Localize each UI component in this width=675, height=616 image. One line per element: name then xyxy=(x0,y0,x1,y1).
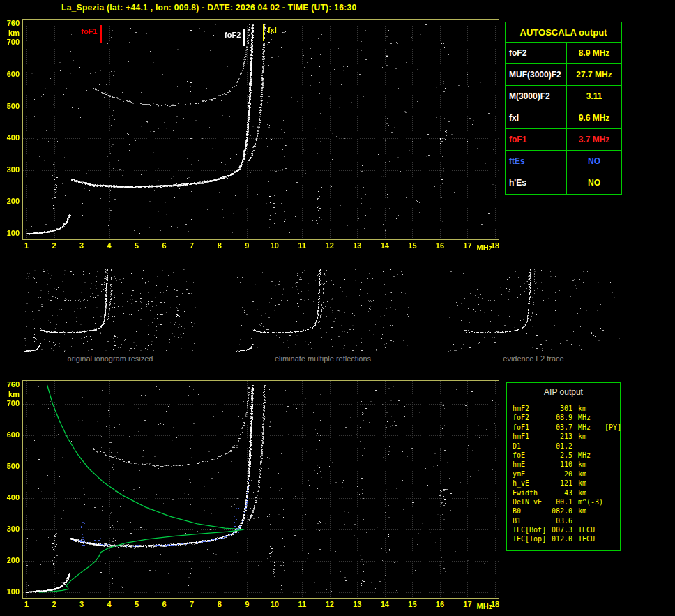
x-tick-label: 12 xyxy=(323,241,337,250)
aip-param: D1 xyxy=(507,442,550,451)
aip-param: DelN_vE xyxy=(507,497,550,506)
aip-note xyxy=(605,497,620,506)
x-tick-label: 3 xyxy=(75,600,89,608)
y-tick-label: 500 xyxy=(0,102,20,110)
aip-unit: km xyxy=(572,488,605,497)
aip-row: foE2.5MHz xyxy=(507,451,620,460)
aip-unit: km xyxy=(572,506,605,516)
autoscala-output-table: AUTOSCALA output foF28.9 MHzMUF(3000)F22… xyxy=(505,22,622,195)
aip-value: 2.5 xyxy=(550,451,572,460)
main-ionogram-plot: foF1foF2fxI xyxy=(22,19,499,240)
x-tick-label: 15 xyxy=(405,600,419,608)
y-tick-label: 400 xyxy=(0,133,20,142)
x-tick-label: 9 xyxy=(240,600,254,608)
x-tick-label: 8 xyxy=(213,600,227,608)
aip-table-title: AIP output xyxy=(507,387,620,397)
autoscala-value: 8.9 MHz xyxy=(567,43,621,63)
aip-value: 012.0 xyxy=(550,534,572,543)
aip-row: DelN_vE00.1m^(-3) xyxy=(507,497,620,506)
autoscala-row: h'EsNO xyxy=(506,172,621,194)
x-tick-label: 17 xyxy=(460,241,474,250)
aip-param: TEC[Top] xyxy=(507,534,550,543)
y-tick-label: 700 xyxy=(0,38,20,46)
autoscala-value: NO xyxy=(567,172,621,194)
thumbnail-original-ionogram xyxy=(23,267,197,352)
thumbnail-caption-evidence: evidence F2 trace xyxy=(446,354,621,363)
aip-unit: MHz xyxy=(572,451,605,460)
marker-line-fof1 xyxy=(100,25,102,43)
aip-param: foE xyxy=(507,451,550,460)
aip-param: B0 xyxy=(507,506,550,516)
x-tick-label: 9 xyxy=(240,241,254,250)
aip-note xyxy=(605,442,620,451)
x-tick-label: 6 xyxy=(158,600,172,608)
aip-row: B103.6 xyxy=(507,516,620,525)
marker-line-fxi xyxy=(263,24,264,41)
aip-unit: km xyxy=(572,404,605,413)
x-axis-unit: MHz xyxy=(477,243,498,252)
y-tick-label: 600 xyxy=(0,70,20,78)
aip-value: 01.2 xyxy=(550,442,572,451)
thumbnail-evidence-f2-trace xyxy=(446,267,621,352)
x-tick-label: 16 xyxy=(433,241,447,250)
aip-unit: km xyxy=(572,460,605,469)
autoscala-table-rows: foF28.9 MHzMUF(3000)F227.7 MHzM(3000)F23… xyxy=(506,43,621,194)
profile-ionogram-plot xyxy=(22,380,499,599)
aip-row: h_vE121km xyxy=(507,479,620,488)
autoscala-window: La_Spezia (lat: +44.1 , lon: 009.8) - DA… xyxy=(0,0,675,616)
autoscala-row: MUF(3000)F227.7 MHz xyxy=(506,64,621,86)
frequency-markers-overlay: foF1foF2fxI xyxy=(23,20,499,239)
aip-value: 007.3 xyxy=(550,525,572,534)
x-tick-label: 2 xyxy=(47,600,61,608)
aip-row: ymE20km xyxy=(507,469,620,479)
aip-note: [PY] xyxy=(605,423,621,432)
aip-table-rows: hmF2301kmfoF208.9MHzfoF103.7MHz[PY]hmF12… xyxy=(507,404,620,544)
autoscala-param: foF2 xyxy=(506,43,567,63)
x-tick-label: 16 xyxy=(433,600,447,608)
x-tick-label: 8 xyxy=(213,241,227,250)
profile-ionogram-canvas xyxy=(23,381,499,598)
x-axis-unit: MHz xyxy=(477,602,498,610)
autoscala-value: 3.7 MHz xyxy=(567,129,621,150)
aip-note xyxy=(605,506,620,516)
x-tick-label: 10 xyxy=(268,241,282,250)
aip-value: 121 xyxy=(550,479,572,488)
aip-row: Ewidth43km xyxy=(507,488,620,497)
aip-note xyxy=(605,460,620,469)
aip-note xyxy=(605,404,620,413)
aip-row: TEC[Bot]007.3TECU xyxy=(507,525,620,534)
aip-value: 082.0 xyxy=(550,506,572,516)
y-tick-label: 200 xyxy=(0,197,20,205)
autoscala-param: ftEs xyxy=(506,151,567,172)
aip-row: hmF1213km xyxy=(507,432,620,441)
x-tick-label: 6 xyxy=(158,241,172,250)
aip-param: foF2 xyxy=(507,413,550,422)
aip-note xyxy=(605,516,620,525)
x-tick-label: 11 xyxy=(295,600,309,608)
aip-value: 213 xyxy=(550,432,572,441)
x-tick-label: 1 xyxy=(20,600,33,608)
autoscala-param: MUF(3000)F2 xyxy=(506,64,567,85)
aip-row: TEC[Top]012.0TECU xyxy=(507,534,620,543)
aip-param: hmE xyxy=(507,460,550,469)
x-tick-label: 4 xyxy=(103,600,116,608)
autoscala-value: 9.6 MHz xyxy=(567,107,621,128)
aip-value: 03.7 xyxy=(550,423,572,432)
aip-unit: km xyxy=(572,469,605,479)
aip-value: 20 xyxy=(550,469,572,479)
autoscala-row: foF13.7 MHz xyxy=(506,129,621,151)
aip-unit: MHz xyxy=(572,413,605,422)
y-tick-label: 600 xyxy=(0,430,20,439)
aip-row: foF103.7MHz[PY] xyxy=(507,423,620,432)
aip-unit: TECU xyxy=(572,534,605,543)
aip-param: B1 xyxy=(507,516,550,525)
x-tick-label: 17 xyxy=(460,600,474,608)
aip-value: 08.9 xyxy=(550,413,572,422)
x-tick-label: 12 xyxy=(323,600,337,608)
aip-unit: TECU xyxy=(572,525,605,534)
y-tick-label: 700 xyxy=(0,399,20,407)
autoscala-row: fxI9.6 MHz xyxy=(506,107,621,129)
aip-unit: km xyxy=(572,432,605,441)
x-tick-label: 13 xyxy=(350,241,364,250)
marker-line-fof2 xyxy=(243,29,245,46)
